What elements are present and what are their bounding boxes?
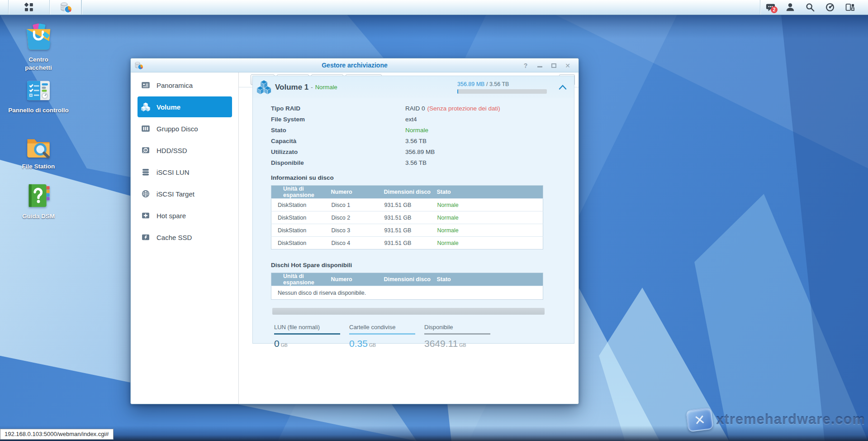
desktop-icon-control-panel[interactable]: Pannello di controllo [0, 77, 77, 115]
detail-row: Stato Normale [271, 125, 574, 135]
volume-usage: 356.89 MB / 3.56 TB [457, 81, 548, 94]
notification-badge: 2 [771, 6, 778, 13]
sidebar-item-label: Hot spare [157, 212, 186, 220]
detail-value: Normale [405, 127, 428, 134]
maximize-icon[interactable] [550, 62, 557, 69]
table-header-row: Unità di espansione Numero Dimensioni di… [271, 186, 543, 199]
watermark: ✕ xtremehardware.com [687, 409, 865, 431]
main-menu-icon [24, 2, 34, 12]
table-row[interactable]: DiskStation Disco 4 931.51 GB Normale [271, 237, 543, 249]
cell-unit: DiskStation [271, 199, 325, 211]
storage-manager-icon [134, 61, 143, 70]
wallpaper-top-band [0, 15, 868, 38]
search-button[interactable] [800, 0, 820, 14]
notifications-button[interactable]: 2 [760, 0, 780, 14]
legend-color-line [349, 333, 415, 335]
taskbar: 2 [0, 0, 868, 15]
detail-value: 3.56 TB [405, 138, 427, 144]
hot-spare-title: Dischi Hot Spare disponibili [271, 262, 574, 268]
window-titlebar[interactable]: Gestore archiviazione ? ✕ [131, 58, 579, 72]
table-row[interactable]: DiskStation Disco 3 931.51 GB Normale [271, 224, 543, 237]
sidebar-item-label: Cache SSD [157, 234, 192, 241]
legend-unit: GB [281, 342, 288, 348]
widgets-icon [845, 2, 855, 12]
legend-label: LUN (file normali) [274, 324, 349, 331]
cell-size: 931.51 GB [378, 224, 431, 237]
user-menu-button[interactable] [780, 0, 800, 14]
desktop-icon-dsm-help[interactable]: Guida DSM [0, 181, 77, 220]
main-menu-button[interactable] [9, 0, 49, 14]
cell-status: Normale [431, 237, 543, 249]
close-icon[interactable]: ✕ [564, 62, 571, 69]
usage-used: 356.89 MB [457, 81, 484, 87]
volume-status-separator: - [311, 84, 313, 91]
legend-value: 0.35 [349, 338, 368, 349]
volume-usage-bar [457, 89, 547, 94]
pilot-view-button[interactable] [840, 0, 860, 14]
sidebar-item-gruppo-disco[interactable]: Gruppo Disco [131, 118, 238, 139]
taskbar-spacer [0, 0, 8, 14]
sidebar-item-iscsi-lun[interactable]: iSCSI LUN [131, 161, 238, 183]
empty-message: Nessun disco di riserva disponibile. [271, 286, 543, 300]
sidebar-item-hdd-ssd[interactable]: HDD/SSD [131, 139, 238, 161]
desktop-icon-package-center[interactable]: Centro pacchetti [0, 22, 77, 72]
legend-label: Disponibile [424, 324, 499, 331]
sidebar-item-volume[interactable]: Volume [138, 96, 232, 117]
chevron-up-icon[interactable] [559, 84, 567, 90]
cell-status: Normale [431, 211, 543, 224]
cell-unit: DiskStation [271, 224, 325, 237]
taskbar-storage-manager-button[interactable] [50, 0, 81, 14]
disk-info-title: Informazioni su disco [271, 174, 574, 181]
disk-group-icon [141, 124, 150, 133]
detail-value: 356.89 MB [405, 149, 435, 155]
resource-monitor-button[interactable] [820, 0, 840, 14]
legend-color-line [274, 333, 340, 335]
table-row[interactable]: DiskStation Disco 2 931.51 GB Normale [271, 211, 543, 224]
taskbar-separator [81, 0, 82, 14]
taskbar-right-icons: 2 [760, 0, 868, 14]
sidebar-item-panoramica[interactable]: Panoramica [131, 74, 238, 96]
cell-unit: DiskStation [271, 237, 325, 249]
column-header: Unità di espansione [271, 273, 325, 286]
desktop-icon-file-station[interactable]: File Station [0, 132, 77, 171]
overview-icon [141, 81, 150, 90]
cell-number: Disco 3 [325, 224, 378, 237]
column-header: Numero [325, 186, 378, 199]
legend-value: 0 [274, 338, 280, 349]
desktop-icon-label: Centro pacchetti [16, 56, 61, 72]
sidebar-item-label: Gruppo Disco [157, 125, 198, 133]
sidebar-item-cache-ssd[interactable]: Cache SSD [131, 226, 238, 248]
detail-label: Capacità [271, 138, 405, 144]
sidebar-item-label: iSCSI Target [157, 190, 194, 198]
legend-value: 3649.11 [424, 338, 458, 349]
minimize-icon[interactable] [536, 62, 543, 69]
column-header: Dimensioni disco [378, 273, 431, 286]
column-header: Stato [431, 273, 543, 286]
help-icon[interactable]: ? [522, 62, 529, 69]
legend-item-shared-folders: Cartelle condivise 0.35GB [349, 324, 424, 349]
desktop-icon-label: Guida DSM [0, 212, 77, 220]
control-panel-icon [24, 77, 52, 104]
volume-usage-text: 356.89 MB / 3.56 TB [457, 81, 548, 87]
taskbar-spacer [860, 0, 868, 14]
table-row[interactable]: DiskStation Disco 1 931.51 GB Normale [271, 199, 543, 211]
user-icon [785, 2, 795, 12]
volume-status: Normale [315, 84, 337, 91]
dsm-help-icon [24, 181, 53, 210]
sidebar-item-iscsi-target[interactable]: iSCSI Target [131, 183, 238, 205]
lun-stack-icon [141, 168, 150, 177]
detail-row: Disponibile 3.56 TB [271, 157, 574, 168]
legend-item-lun: LUN (file normali) 0GB [274, 324, 349, 349]
column-header: Numero [325, 273, 378, 286]
legend-unit: GB [369, 342, 376, 348]
desktop-icon-label: File Station [0, 163, 77, 171]
detail-row: Capacità 3.56 TB [271, 135, 574, 146]
cell-status: Normale [431, 199, 543, 211]
file-station-icon [24, 132, 53, 160]
volume-panel-header[interactable]: Volume 1 - Normale 356.89 MB / 3.56 TB [253, 76, 574, 98]
detail-row: Utilizzato 356.89 MB [271, 146, 574, 157]
hot-spare-icon [141, 211, 150, 220]
sidebar-item-hot-spare[interactable]: Hot spare [131, 205, 238, 226]
capacity-bar [272, 308, 545, 315]
column-header: Stato [431, 186, 543, 199]
